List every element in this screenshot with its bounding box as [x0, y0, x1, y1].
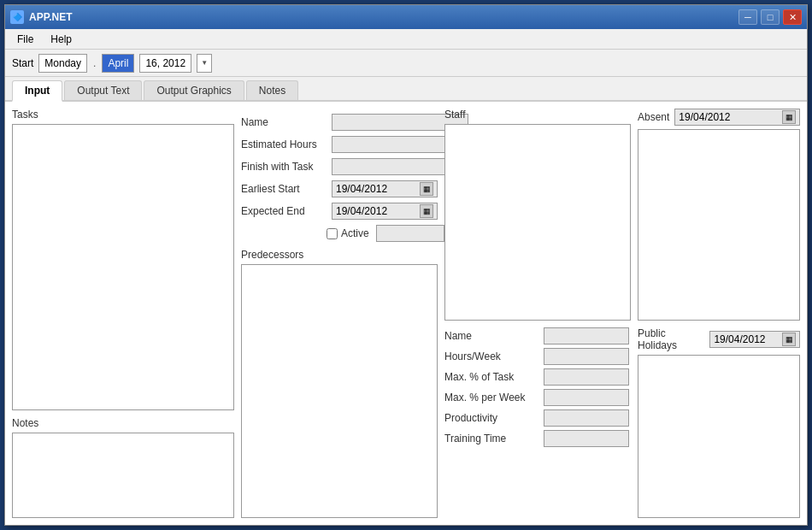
finish-with-task-label: Finish with Task [241, 161, 327, 173]
notes-section: Notes [12, 417, 234, 518]
month-input[interactable]: April [102, 54, 134, 73]
tab-notes[interactable]: Notes [246, 80, 298, 100]
absent-list[interactable] [638, 129, 800, 321]
earliest-start-value: 19/04/2012 [336, 183, 387, 195]
bottom-right: Name Hours/Week Max. % of Task Max. % pe… [444, 327, 800, 518]
minimize-button[interactable]: ─ [738, 9, 757, 25]
absent-date[interactable]: 19/04/2012 ▦ [674, 109, 800, 126]
expected-end-value: 19/04/2012 [336, 205, 387, 217]
training-time-input[interactable] [544, 430, 629, 447]
dropdown-arrow-icon: ▼ [201, 59, 208, 67]
ph-date[interactable]: 19/04/2012 ▦ [709, 331, 800, 348]
tasks-list[interactable] [12, 124, 234, 410]
notes-input[interactable] [12, 433, 234, 518]
app-icon: 🔷 [10, 10, 24, 24]
name-label: Name [241, 116, 327, 128]
active-row: Active [327, 225, 438, 242]
staff-box-container: Staff [444, 109, 631, 321]
start-label: Start [12, 57, 33, 69]
right-panel: Staff Absent 19/04/2012 ▦ [444, 109, 800, 518]
staff-label: Staff [444, 109, 631, 121]
active-label: Active [341, 227, 369, 239]
notes-label: Notes [12, 417, 234, 429]
predecessors-list[interactable] [241, 264, 438, 518]
date-dropdown[interactable]: ▼ [197, 54, 212, 73]
tab-output-text[interactable]: Output Text [64, 80, 142, 100]
date-sep1: . [93, 57, 96, 69]
tasks-label: Tasks [12, 109, 234, 121]
public-holidays-section: Public Holidays 19/04/2012 ▦ [638, 327, 800, 518]
max-week-row: Max. % per Week [444, 389, 631, 406]
menu-help[interactable]: Help [42, 32, 80, 47]
staff-form: Name Hours/Week Max. % of Task Max. % pe… [444, 327, 631, 518]
hours-week-input[interactable] [544, 348, 629, 365]
ph-header: Public Holidays 19/04/2012 ▦ [638, 327, 800, 351]
absent-container: Absent 19/04/2012 ▦ [638, 109, 800, 321]
finish-with-task-row: Finish with Task [241, 158, 438, 175]
main-window: 🔷 APP.NET ─ □ ✕ File Help Start Monday .… [4, 4, 808, 526]
staff-section: Staff Absent 19/04/2012 ▦ [444, 109, 800, 321]
max-task-label: Max. % of Task [444, 371, 538, 383]
menu-bar: File Help [5, 29, 807, 50]
left-panel: Tasks Notes [12, 109, 234, 518]
active-checkbox[interactable] [327, 228, 338, 239]
middle-panel: Name Estimated Hours Finish with Task Ea… [241, 109, 438, 518]
day-input[interactable]: Monday [38, 54, 87, 73]
productivity-row: Productivity [444, 409, 631, 427]
title-bar: 🔷 APP.NET ─ □ ✕ [5, 5, 807, 29]
staff-name-input[interactable] [544, 327, 629, 344]
title-bar-controls: ─ □ ✕ [738, 9, 802, 25]
tab-input[interactable]: Input [12, 80, 62, 102]
ph-date-value: 19/04/2012 [714, 333, 765, 345]
staff-name-row: Name [444, 327, 631, 344]
close-button[interactable]: ✕ [783, 9, 802, 25]
ph-label: Public Holidays [638, 327, 704, 351]
estimated-hours-row: Estimated Hours [241, 136, 438, 153]
active-value-input[interactable] [376, 225, 444, 242]
name-row: Name [241, 114, 438, 131]
productivity-label: Productivity [444, 412, 538, 424]
ph-calendar-icon[interactable]: ▦ [782, 333, 796, 346]
absent-calendar-icon[interactable]: ▦ [782, 110, 796, 124]
expected-end-date[interactable]: 19/04/2012 ▦ [332, 203, 438, 220]
expected-end-row: Expected End 19/04/2012 ▦ [241, 203, 438, 220]
content-area: Tasks Notes Name Estimated Hours Finish … [5, 102, 807, 525]
training-time-row: Training Time [444, 430, 631, 447]
absent-label: Absent [638, 111, 669, 123]
earliest-start-label: Earliest Start [241, 183, 327, 195]
max-task-input[interactable] [544, 368, 629, 386]
title-bar-left: 🔷 APP.NET [10, 10, 72, 24]
daynum-input[interactable]: 16, 2012 [139, 54, 191, 73]
absent-date-value: 19/04/2012 [679, 111, 730, 123]
absent-header: Absent 19/04/2012 ▦ [638, 109, 800, 126]
tabs-bar: Input Output Text Output Graphics Notes [5, 77, 807, 102]
staff-list[interactable] [444, 124, 631, 321]
toolbar: Start Monday . April 16, 2012 ▼ [5, 50, 807, 77]
training-time-label: Training Time [444, 433, 538, 445]
productivity-input[interactable] [544, 409, 629, 427]
estimated-hours-label: Estimated Hours [241, 138, 327, 150]
window-title: APP.NET [29, 11, 72, 23]
earliest-start-date[interactable]: 19/04/2012 ▦ [332, 180, 438, 197]
max-week-label: Max. % per Week [444, 392, 538, 403]
expected-end-label: Expected End [241, 205, 327, 217]
earliest-start-calendar-icon[interactable]: ▦ [420, 182, 433, 196]
max-task-row: Max. % of Task [444, 368, 631, 386]
tab-output-graphics[interactable]: Output Graphics [144, 80, 244, 100]
expected-end-calendar-icon[interactable]: ▦ [420, 204, 433, 218]
max-week-input[interactable] [544, 389, 629, 406]
maximize-button[interactable]: □ [761, 9, 780, 25]
menu-file[interactable]: File [9, 32, 42, 47]
earliest-start-row: Earliest Start 19/04/2012 ▦ [241, 180, 438, 197]
predecessors-label: Predecessors [241, 249, 438, 261]
hours-week-label: Hours/Week [444, 350, 538, 362]
staff-name-label: Name [444, 330, 538, 342]
hours-week-row: Hours/Week [444, 348, 631, 365]
ph-list[interactable] [638, 355, 800, 518]
